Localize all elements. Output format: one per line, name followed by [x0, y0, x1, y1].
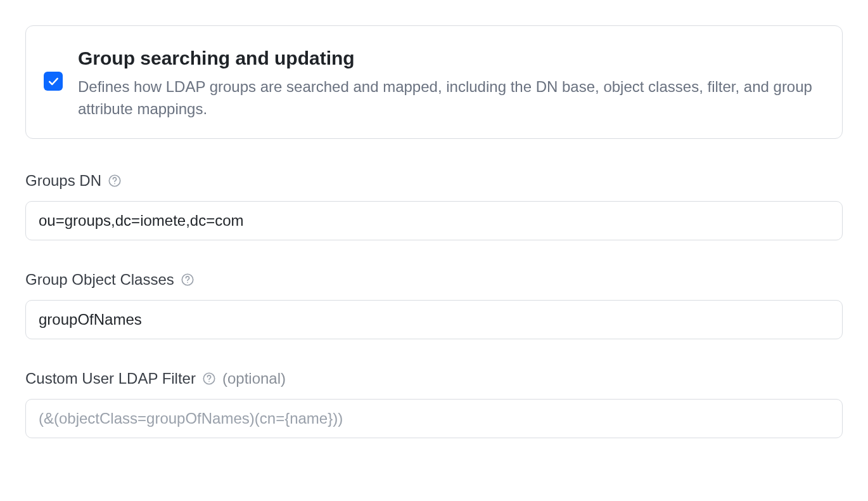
group-object-classes-label: Group Object Classes: [25, 268, 174, 291]
group-searching-checkbox[interactable]: [44, 72, 63, 91]
card-description: Defines how LDAP groups are searched and…: [78, 76, 819, 120]
group-object-classes-field: Group Object Classes: [25, 268, 843, 339]
svg-point-1: [114, 183, 115, 184]
groups-dn-label-row: Groups DN: [25, 169, 843, 192]
card-title: Group searching and updating: [78, 44, 819, 72]
groups-dn-input[interactable]: [25, 201, 843, 240]
card-content: Group searching and updating Defines how…: [78, 44, 819, 120]
custom-filter-input[interactable]: [25, 399, 843, 438]
optional-label: (optional): [222, 367, 286, 390]
custom-filter-label-row: Custom User LDAP Filter (optional): [25, 367, 843, 390]
question-circle-icon: [202, 372, 216, 386]
help-icon[interactable]: [202, 372, 216, 386]
group-searching-card: Group searching and updating Defines how…: [25, 25, 843, 139]
help-icon[interactable]: [108, 174, 122, 188]
custom-filter-field: Custom User LDAP Filter (optional): [25, 367, 843, 438]
question-circle-icon: [108, 174, 122, 188]
groups-dn-field: Groups DN: [25, 169, 843, 240]
svg-point-3: [187, 282, 188, 283]
svg-point-5: [208, 381, 210, 382]
group-object-classes-input[interactable]: [25, 300, 843, 339]
groups-dn-label: Groups DN: [25, 169, 101, 192]
custom-filter-label: Custom User LDAP Filter: [25, 367, 196, 390]
check-icon: [47, 75, 60, 88]
group-object-classes-label-row: Group Object Classes: [25, 268, 843, 291]
question-circle-icon: [181, 273, 195, 287]
help-icon[interactable]: [181, 273, 195, 287]
